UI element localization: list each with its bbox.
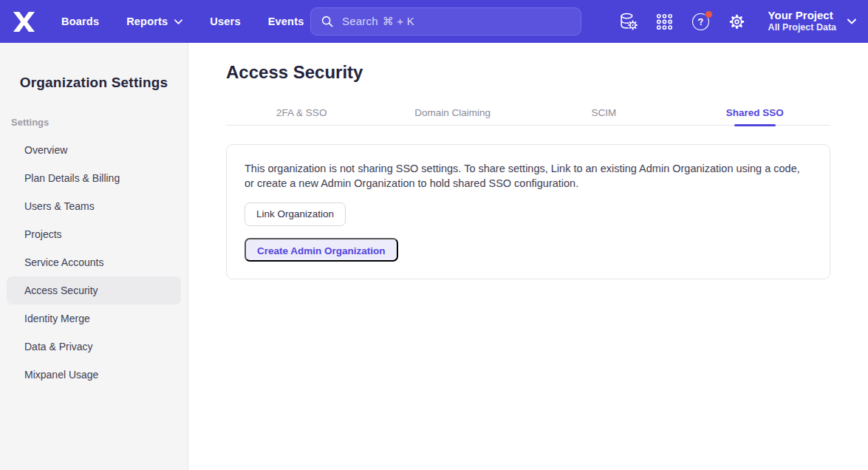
sidebar-item-service-accounts[interactable]: Service Accounts <box>7 248 181 276</box>
sidebar-title: Organization Settings <box>0 75 188 91</box>
create-admin-organization-row: Create Admin Organization <box>245 238 812 262</box>
project-name: Your Project <box>768 9 836 21</box>
help-icon[interactable]: ? <box>691 12 711 31</box>
top-navbar: Boards Reports Users Events Search⌘ + K <box>0 0 868 43</box>
tab-2fa-sso[interactable]: 2FA & SSO <box>226 101 377 125</box>
sidebar-item-overview[interactable]: Overview <box>7 136 181 164</box>
nav-item-label: Events <box>268 16 304 27</box>
link-organization-button[interactable]: Link Organization <box>245 202 346 226</box>
sidebar-item-data-privacy[interactable]: Data & Privacy <box>7 333 181 361</box>
nav-item-reports[interactable]: Reports <box>126 16 182 27</box>
sidebar-item-identity-merge[interactable]: Identity Merge <box>7 304 181 333</box>
chevron-down-icon <box>174 19 182 24</box>
app-window: Boards Reports Users Events Search⌘ + K <box>0 0 868 470</box>
main-content: Access Security 2FA & SSO Domain Claimin… <box>189 43 868 470</box>
notification-dot <box>705 10 713 18</box>
mixpanel-logo[interactable] <box>12 11 36 32</box>
nav-item-boards[interactable]: Boards <box>61 16 99 27</box>
shared-sso-card: This organization is not sharing SSO set… <box>226 144 830 279</box>
data-management-icon[interactable] <box>619 12 638 31</box>
search-input[interactable]: Search⌘ + K <box>310 7 581 35</box>
sidebar-item-access-security[interactable]: Access Security <box>7 276 181 304</box>
link-organization-row: Link Organization <box>245 202 812 226</box>
sidebar-section-label: Settings <box>11 117 188 128</box>
page-title: Access Security <box>226 62 868 83</box>
access-security-tabs: 2FA & SSO Domain Claiming SCIM Shared SS… <box>226 101 830 126</box>
primary-nav: Boards Reports Users Events <box>61 16 304 27</box>
project-selector-text: Your Project All Project Data <box>768 9 836 34</box>
sidebar-item-users-teams[interactable]: Users & Teams <box>7 192 181 220</box>
search-icon <box>321 15 334 28</box>
sidebar-item-projects[interactable]: Projects <box>7 220 181 248</box>
tab-scim[interactable]: SCIM <box>528 101 680 125</box>
settings-sidebar: Organization Settings Settings Overview … <box>0 43 188 470</box>
navbar-right-controls: ? <box>619 0 859 43</box>
nav-item-label: Users <box>210 16 240 27</box>
sidebar-nav-list: Overview Plan Details & Billing Users & … <box>0 136 188 389</box>
tab-domain-claiming[interactable]: Domain Claiming <box>377 101 529 125</box>
settings-gear-icon[interactable] <box>728 12 747 31</box>
nav-item-label: Boards <box>61 16 99 27</box>
sidebar-item-mixpanel-usage[interactable]: Mixpanel Usage <box>7 361 181 389</box>
search-shortcut-hint: ⌘ + K <box>383 15 414 27</box>
tab-shared-sso[interactable]: Shared SSO <box>680 101 831 125</box>
sidebar-item-plan-details-billing[interactable]: Plan Details & Billing <box>7 164 181 192</box>
shared-sso-description: This organization is not sharing SSO set… <box>245 162 812 191</box>
apps-grid-icon[interactable] <box>655 12 674 31</box>
search-placeholder: Search⌘ + K <box>342 15 414 28</box>
mixpanel-logo-icon <box>13 12 35 32</box>
nav-item-events[interactable]: Events <box>268 16 304 27</box>
create-admin-organization-button[interactable]: Create Admin Organization <box>245 238 398 262</box>
nav-item-users[interactable]: Users <box>210 16 240 27</box>
nav-item-label: Reports <box>126 16 168 27</box>
chevron-down-icon <box>847 18 856 24</box>
project-scope: All Project Data <box>768 21 836 34</box>
project-selector[interactable]: Your Project All Project Data <box>768 9 859 34</box>
